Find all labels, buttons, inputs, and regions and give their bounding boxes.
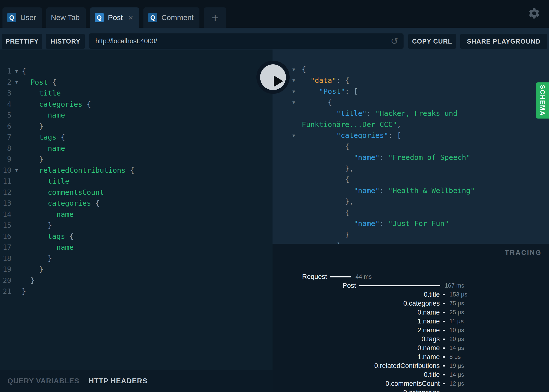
tracing-row: Post167 ms <box>273 281 549 290</box>
tracing-duration-value: 44 ms <box>356 273 372 280</box>
code-line: ▾"categories": [ <box>292 130 549 141</box>
code-line: ▾{ <box>292 97 549 108</box>
http-headers-tab[interactable]: HTTP HEADERS <box>89 377 147 385</box>
tracing-duration-tick <box>443 330 445 331</box>
tracing-field-label: Post <box>273 282 356 290</box>
copy-curl-button[interactable]: COPY CURL <box>408 34 456 49</box>
tracing-field-label: 0.commentsCount <box>273 380 440 388</box>
tracing-field-label: 0.relatedContributions <box>273 362 440 370</box>
code-line: 8name <box>0 143 273 154</box>
share-playground-button[interactable]: SHARE PLAYGROUND <box>460 34 547 49</box>
fold-arrow-icon[interactable]: ▾ <box>292 132 302 139</box>
tracing-row: 0.name14 μs <box>273 343 549 352</box>
graphql-playground-window: QUserNew TabQPost×QComment+ PRETTIFY HIS… <box>0 0 549 392</box>
schema-tab[interactable]: SCHEMA <box>536 82 549 119</box>
tracing-duration-tick <box>443 374 445 375</box>
code-text: { <box>22 67 26 75</box>
tracing-row: 1.name11 μs <box>273 317 549 326</box>
tracing-field-label: 0.tags <box>273 335 440 343</box>
code-line: 21} <box>0 286 273 297</box>
code-text: } <box>22 276 35 285</box>
tab-post[interactable]: QPost× <box>90 7 139 28</box>
code-line: 16tags { <box>0 231 273 242</box>
code-text: } <box>302 230 349 239</box>
code-text: title <box>22 89 61 97</box>
endpoint-url-input[interactable] <box>89 37 385 45</box>
refresh-schema-icon[interactable]: ↺ <box>385 36 404 46</box>
code-line: "name": "Freedom of Speech" <box>292 152 549 163</box>
prettify-button[interactable]: PRETTIFY <box>2 34 42 49</box>
fold-arrow-icon[interactable]: ▾ <box>292 66 302 73</box>
code-line: 9} <box>0 154 273 165</box>
tab-user[interactable]: QUser <box>2 7 42 28</box>
response-viewer: ▾{▾"data": {▾"Post": [▾{"title": "Hacker… <box>273 49 549 244</box>
query-editor[interactable]: 1▾{2▾Post {3title4categories {5name6}7ta… <box>0 49 273 370</box>
execute-query-button[interactable] <box>256 61 290 94</box>
line-number: 21 <box>2 287 11 295</box>
new-tab-button[interactable]: + <box>204 7 226 28</box>
line-number: 14 <box>2 210 11 219</box>
code-text: "name": "Just For Fun" <box>302 219 449 228</box>
code-line: "title": "Hacker, Freaks und <box>292 108 549 119</box>
schema-tab-label: SCHEMA <box>539 85 546 116</box>
tab-label: User <box>20 13 36 22</box>
fold-arrow-icon[interactable]: ▾ <box>11 167 22 173</box>
tracing-duration-tick <box>443 347 445 349</box>
code-text: relatedContributions { <box>22 166 134 174</box>
line-number: 6 <box>2 122 11 130</box>
tracing-rows: Request44 msPost167 ms0.title153 μs0.cat… <box>273 272 549 392</box>
tracing-duration-value: 12 μs <box>449 380 464 387</box>
tab-bar-tabs: QUserNew TabQPost×QComment+ <box>2 7 226 28</box>
tab-new-tab[interactable]: New Tab <box>46 7 85 28</box>
line-number: 7 <box>2 133 11 141</box>
code-line: 5name <box>0 110 273 121</box>
tracing-field-label: 0.title <box>273 291 440 298</box>
tracing-row: 0.title153 μs <box>273 290 549 299</box>
fold-arrow-icon[interactable]: ▾ <box>292 77 302 83</box>
line-number: 4 <box>2 100 11 108</box>
code-line: 14name <box>0 209 273 220</box>
line-number: 10 <box>2 166 11 174</box>
history-button[interactable]: HISTORY <box>46 34 85 49</box>
code-text: "name": "Health & Wellbeing" <box>302 186 475 195</box>
tracing-field-label: 0.name <box>273 344 440 352</box>
code-line: 6} <box>0 121 273 132</box>
play-icon <box>260 64 286 90</box>
code-text: { <box>302 142 349 151</box>
tracing-duration-value: 14 μs <box>449 344 464 351</box>
code-text: categories { <box>22 199 100 207</box>
fold-arrow-icon[interactable]: ▾ <box>292 88 302 95</box>
code-text: "title": "Hacker, Freaks und <box>302 109 458 118</box>
code-text: } <box>22 254 52 263</box>
tab-comment[interactable]: QComment <box>143 7 199 28</box>
code-text: name <box>22 243 74 251</box>
settings-gear-icon[interactable] <box>528 7 541 20</box>
tracing-duration-value: 167 ms <box>445 282 464 289</box>
tab-bar: QUserNew TabQPost×QComment+ <box>0 0 549 28</box>
tracing-duration-value: 25 μs <box>449 309 464 316</box>
fold-arrow-icon[interactable]: ▾ <box>11 68 22 74</box>
code-text: "categories": [ <box>302 131 401 140</box>
code-line: 20} <box>0 275 273 286</box>
tracing-duration-bar <box>330 276 351 277</box>
toolbar: PRETTIFY HISTORY ↺ COPY CURL SHARE PLAYG… <box>0 28 549 49</box>
code-line: { <box>292 141 549 152</box>
code-line: ] <box>292 240 549 244</box>
tracing-row: 0.categories75 μs <box>273 299 549 308</box>
tab-label: Post <box>108 13 123 22</box>
tracing-duration-value: 11 μs <box>449 318 464 325</box>
tracing-row: 0.tags20 μs <box>273 335 549 343</box>
code-line: 12commentsCount <box>0 187 273 198</box>
close-tab-icon[interactable]: × <box>128 13 133 22</box>
code-line: 4categories { <box>0 99 273 110</box>
tracing-row: 0.title14 μs <box>273 370 549 379</box>
code-text: name <box>22 210 74 219</box>
query-variables-tab[interactable]: QUERY VARIABLES <box>7 377 79 385</box>
line-number: 15 <box>2 221 11 229</box>
fold-arrow-icon[interactable]: ▾ <box>292 99 302 105</box>
tracing-row: Request44 ms <box>273 272 549 281</box>
line-number: 17 <box>2 243 11 251</box>
query-type-badge: Q <box>95 13 104 22</box>
tracing-field-label: 1.name <box>273 353 440 361</box>
fold-arrow-icon[interactable]: ▾ <box>11 79 22 85</box>
